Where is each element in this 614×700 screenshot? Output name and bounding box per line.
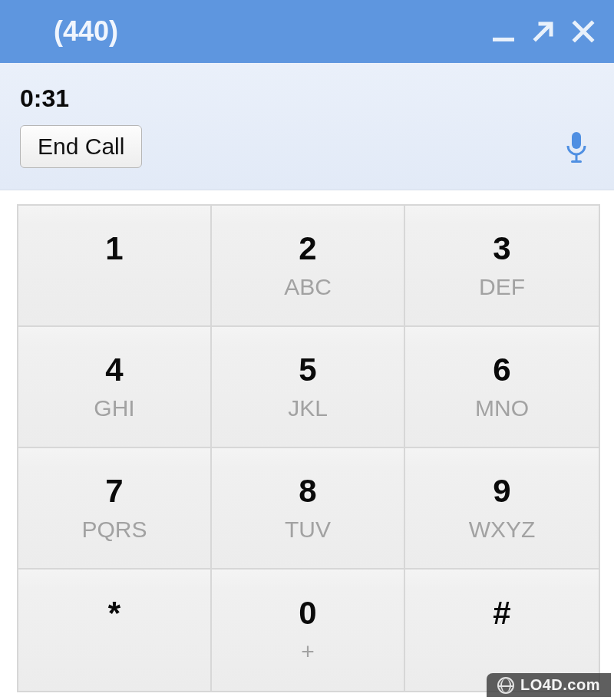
key-letters: +	[301, 640, 315, 663]
key-number: 5	[299, 354, 316, 386]
svg-rect-1	[572, 132, 581, 149]
key-letters: JKL	[288, 397, 328, 420]
key-letters: DEF	[479, 276, 525, 299]
key-4[interactable]: 4 GHI	[18, 327, 212, 448]
key-1[interactable]: 1	[18, 206, 212, 327]
window-title: (440)	[54, 15, 118, 48]
key-9[interactable]: 9 WXYZ	[405, 448, 599, 570]
call-row: End Call	[20, 125, 593, 168]
key-number: #	[493, 597, 510, 629]
key-star[interactable]: *	[18, 570, 212, 691]
key-letters: ABC	[284, 276, 332, 299]
key-number: 3	[493, 233, 510, 265]
call-status-band: 0:31 End Call	[0, 63, 614, 190]
key-7[interactable]: 7 PQRS	[18, 448, 212, 570]
key-number: 2	[299, 233, 316, 265]
close-icon[interactable]	[569, 18, 597, 45]
key-2[interactable]: 2 ABC	[212, 206, 405, 327]
globe-icon	[497, 677, 514, 694]
key-number: 4	[105, 354, 123, 386]
watermark: LO4D.com	[487, 673, 611, 697]
dialer-window: (440) 0:31 End Call	[0, 0, 614, 692]
call-duration: 0:31	[20, 84, 593, 113]
key-letters: TUV	[285, 518, 331, 541]
minimize-icon[interactable]	[490, 18, 517, 45]
key-letters: PQRS	[81, 518, 147, 541]
svg-rect-3	[571, 160, 582, 163]
window-controls	[490, 18, 597, 45]
key-number: 6	[493, 354, 510, 386]
key-letters: WXYZ	[469, 518, 536, 541]
svg-rect-2	[576, 154, 578, 160]
end-call-button[interactable]: End Call	[20, 125, 142, 168]
microphone-icon[interactable]	[560, 130, 593, 163]
dialpad-container: 1 2 ABC 3 DEF 4 GHI 5 JKL 6 MNO	[0, 190, 614, 692]
svg-rect-0	[493, 38, 514, 41]
key-number: 9	[493, 475, 510, 507]
key-6[interactable]: 6 MNO	[405, 327, 599, 448]
titlebar: (440)	[0, 0, 614, 63]
key-5[interactable]: 5 JKL	[212, 327, 405, 448]
key-8[interactable]: 8 TUV	[212, 448, 405, 570]
key-number: *	[108, 597, 120, 629]
popout-icon[interactable]	[530, 18, 557, 45]
key-letters: MNO	[475, 397, 529, 420]
key-number: 8	[299, 475, 316, 507]
key-3[interactable]: 3 DEF	[405, 206, 599, 327]
key-0[interactable]: 0 +	[212, 570, 405, 691]
key-number: 7	[105, 475, 123, 507]
watermark-text: LO4D.com	[520, 676, 600, 694]
dialpad: 1 2 ABC 3 DEF 4 GHI 5 JKL 6 MNO	[17, 204, 600, 692]
key-number: 1	[105, 233, 123, 265]
key-letters: GHI	[94, 397, 134, 420]
key-number: 0	[299, 597, 316, 629]
